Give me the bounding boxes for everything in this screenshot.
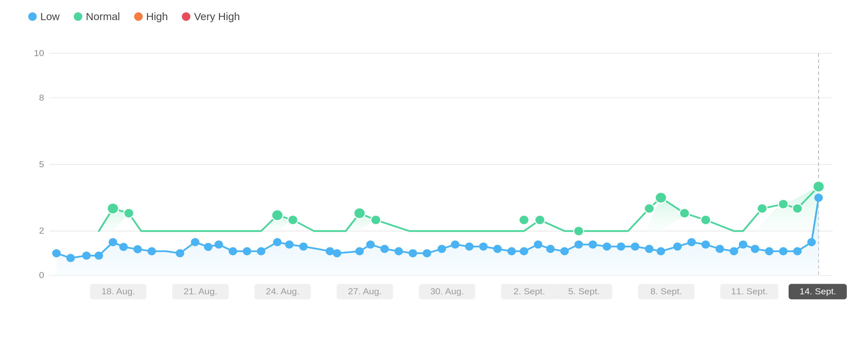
green-dot	[757, 204, 767, 213]
blue-dot	[814, 194, 823, 202]
green-dot-peak2	[272, 210, 283, 221]
x-label-2sept: 2. Sept.	[513, 287, 545, 296]
green-dot	[371, 215, 381, 225]
svg-text:10: 10	[34, 48, 44, 58]
blue-dot	[715, 245, 724, 253]
blue-dot	[333, 249, 341, 257]
blue-dot	[66, 254, 75, 262]
green-dot	[574, 226, 584, 236]
blue-dot	[779, 247, 787, 255]
x-label-11sept: 11. Sept.	[731, 287, 768, 296]
x-label-24aug: 24. Aug.	[266, 287, 299, 296]
legend-label-high: High	[146, 11, 168, 23]
blue-dot	[204, 243, 213, 251]
chart-container: Low Normal High Very High	[0, 0, 868, 343]
x-label-8sept: 8. Sept.	[650, 287, 682, 296]
x-label-5sept: 5. Sept.	[568, 287, 600, 296]
x-label-21aug: 21. Aug.	[184, 287, 217, 296]
blue-dot	[380, 245, 389, 253]
blue-dot	[751, 245, 759, 253]
legend-label-low: Low	[40, 11, 60, 23]
x-label-27aug: 27. Aug.	[348, 287, 382, 296]
legend-item-very-high: Very High	[182, 11, 240, 23]
green-dot	[535, 215, 545, 225]
green-dot	[679, 209, 689, 218]
blue-dot	[133, 245, 142, 253]
blue-dot	[394, 247, 403, 255]
blue-dot	[493, 245, 502, 253]
legend-label-very-high: Very High	[194, 11, 240, 23]
legend-dot-very-high	[182, 12, 190, 21]
blue-dot	[589, 240, 597, 248]
blue-dot	[765, 247, 773, 255]
chart-legend: Low Normal High Very High	[28, 11, 854, 23]
legend-dot-normal	[74, 12, 82, 21]
blue-area	[57, 198, 819, 275]
legend-item-low: Low	[28, 11, 60, 23]
blue-dot	[285, 240, 293, 248]
blue-dot	[520, 247, 528, 255]
blue-dot	[534, 240, 542, 248]
blue-dot	[673, 242, 682, 251]
blue-dot	[148, 247, 156, 255]
blue-dot	[243, 247, 251, 255]
x-label-30aug: 30. Aug.	[430, 287, 464, 296]
blue-dot	[546, 245, 555, 253]
blue-dot	[215, 240, 223, 248]
blue-dot	[617, 242, 625, 251]
legend-label-normal: Normal	[86, 11, 120, 23]
svg-text:8: 8	[39, 92, 44, 102]
blue-dot	[257, 247, 265, 255]
legend-item-high: High	[134, 11, 168, 23]
blue-dot	[479, 242, 488, 251]
green-dot	[124, 209, 134, 218]
svg-text:2: 2	[39, 226, 44, 235]
green-dot	[701, 215, 711, 225]
blue-dot	[273, 238, 281, 246]
green-dot-peak4	[655, 192, 666, 203]
blue-dot	[603, 242, 611, 251]
blue-dot	[438, 245, 446, 253]
blue-dot	[560, 247, 569, 255]
x-label-14sept: 14. Sept.	[799, 287, 836, 296]
green-line	[99, 187, 819, 231]
legend-dot-high	[134, 12, 143, 21]
blue-dot	[366, 240, 375, 248]
green-dot-peak1	[107, 203, 119, 214]
blue-dot	[82, 252, 91, 260]
main-chart-svg: 10 8 5 2 0	[28, 33, 854, 309]
blue-dot	[631, 242, 640, 251]
blue-dot	[299, 242, 308, 251]
blue-dot	[656, 247, 665, 255]
green-dot-peak3	[354, 208, 365, 219]
blue-dot	[191, 238, 200, 246]
blue-dot	[645, 245, 654, 253]
green-dot	[644, 204, 654, 213]
blue-dot	[730, 247, 738, 255]
blue-dot	[109, 238, 117, 246]
blue-dot	[465, 242, 474, 251]
blue-dot	[176, 249, 184, 257]
green-dot	[519, 215, 529, 225]
blue-dot	[451, 240, 459, 248]
x-label-18aug: 18. Aug.	[101, 287, 135, 296]
blue-dot	[739, 240, 747, 248]
blue-dot	[423, 249, 431, 257]
green-dot	[778, 199, 788, 209]
blue-dot	[701, 240, 710, 248]
green-dot-peak5	[813, 181, 824, 192]
blue-dot	[355, 247, 364, 255]
green-dot	[792, 204, 802, 213]
blue-dot	[575, 240, 583, 248]
blue-dot	[507, 247, 516, 255]
legend-dot-low	[28, 12, 37, 21]
blue-dot	[95, 252, 103, 260]
legend-item-normal: Normal	[74, 11, 120, 23]
blue-dot	[409, 249, 417, 257]
blue-dot	[52, 249, 61, 257]
blue-dot	[807, 238, 816, 246]
green-dot	[288, 215, 298, 225]
svg-text:0: 0	[39, 270, 44, 280]
blue-dot	[229, 247, 237, 255]
blue-dot	[687, 238, 696, 246]
